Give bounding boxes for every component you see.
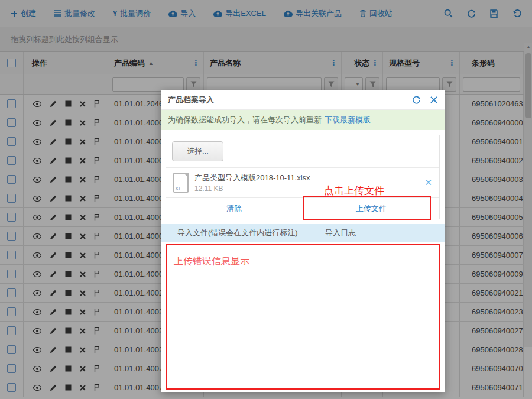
error-message-area: 上传错误信息显示 bbox=[166, 244, 440, 390]
tab-import-file[interactable]: 导入文件(错误会在文件内进行标注) bbox=[177, 224, 298, 242]
uploaded-file-item: XL.. 产品类型导入模版2018-10-11.xlsx 12.11 KB ✕ bbox=[166, 167, 439, 197]
file-size: 12.11 KB bbox=[194, 184, 310, 193]
file-name: 产品类型导入模版2018-10-11.xlsx bbox=[194, 173, 310, 183]
dialog-header: 产品档案导入 bbox=[161, 90, 445, 110]
download-template-alert: 为确保数据能成功导入，请在每次导入前重新 下载最新模版 bbox=[161, 110, 445, 130]
upload-dropzone: 选择... bbox=[166, 135, 439, 167]
product-management-screen: 创建 批量修改 ¥ 批量调价 导入 导出EXCEL 导出关联产品 回收站 bbox=[0, 0, 532, 399]
upload-widget: 选择... XL.. 产品类型导入模版2018-10-11.xlsx 12.11… bbox=[166, 135, 440, 219]
excel-file-icon: XL.. bbox=[173, 173, 189, 193]
dialog-title: 产品档案导入 bbox=[168, 95, 214, 105]
upload-file-button[interactable]: 上传文件 bbox=[303, 198, 440, 219]
result-tabs: 导入文件(错误会在文件内进行标注) 导入日志 bbox=[161, 224, 445, 242]
dialog-body: 选择... XL.. 产品类型导入模版2018-10-11.xlsx 12.11… bbox=[161, 130, 445, 219]
dialog-refresh-icon[interactable] bbox=[412, 95, 421, 104]
annotation-click-upload: 点击上传文件 bbox=[324, 184, 384, 197]
import-dialog: 产品档案导入 为确保数据能成功导入，请在每次导入前重新 下载最新模版 选择...… bbox=[161, 90, 445, 392]
dialog-close-icon[interactable] bbox=[430, 96, 437, 103]
select-file-button[interactable]: 选择... bbox=[172, 141, 223, 161]
download-template-link[interactable]: 下载最新模版 bbox=[325, 115, 371, 125]
clear-button[interactable]: 清除 bbox=[166, 198, 303, 219]
upload-actions: 清除 上传文件 bbox=[166, 197, 439, 219]
remove-file-icon[interactable]: ✕ bbox=[424, 177, 432, 188]
error-placeholder-text: 上传错误信息显示 bbox=[174, 255, 249, 268]
tab-import-log[interactable]: 导入日志 bbox=[325, 224, 356, 242]
alert-text: 为确保数据能成功导入，请在每次导入前重新 bbox=[168, 115, 322, 125]
